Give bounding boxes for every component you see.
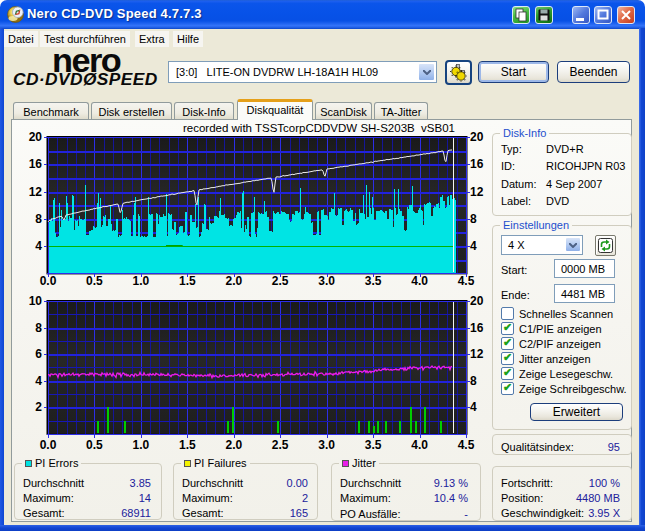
- svg-text:12: 12: [470, 347, 484, 361]
- svg-text:4.5: 4.5: [458, 438, 475, 452]
- svg-text:6: 6: [35, 347, 42, 361]
- svg-text:8: 8: [470, 374, 477, 388]
- svg-text:2.5: 2.5: [272, 274, 289, 288]
- svg-text:4.0: 4.0: [411, 438, 428, 452]
- svg-text:8: 8: [470, 212, 477, 226]
- svg-text:16: 16: [470, 321, 484, 335]
- svg-text:2.5: 2.5: [272, 438, 289, 452]
- svg-text:16: 16: [470, 157, 484, 171]
- svg-text:3.0: 3.0: [318, 274, 335, 288]
- svg-text:1.5: 1.5: [179, 438, 196, 452]
- svg-text:20: 20: [29, 130, 43, 144]
- svg-text:8: 8: [35, 321, 42, 335]
- svg-text:4: 4: [35, 374, 42, 388]
- svg-text:12: 12: [29, 185, 43, 199]
- svg-text:4: 4: [470, 400, 477, 414]
- svg-text:4: 4: [470, 239, 477, 253]
- svg-text:0.0: 0.0: [40, 438, 57, 452]
- svg-text:2.0: 2.0: [225, 274, 242, 288]
- svg-text:0.0: 0.0: [40, 274, 57, 288]
- svg-text:recorded with TSSTcorpCDDVDW S: recorded with TSSTcorpCDDVDW SH-S203B vS…: [183, 122, 455, 134]
- svg-text:0.5: 0.5: [86, 438, 103, 452]
- svg-text:3.5: 3.5: [365, 438, 382, 452]
- svg-text:20: 20: [470, 130, 484, 144]
- svg-text:2.0: 2.0: [225, 438, 242, 452]
- svg-text:8: 8: [35, 212, 42, 226]
- svg-text:16: 16: [29, 157, 43, 171]
- svg-text:2: 2: [35, 400, 42, 414]
- svg-text:10: 10: [29, 294, 43, 308]
- svg-text:1.5: 1.5: [179, 274, 196, 288]
- svg-text:0.5: 0.5: [86, 274, 103, 288]
- svg-text:4.0: 4.0: [411, 274, 428, 288]
- svg-text:1.0: 1.0: [133, 274, 150, 288]
- svg-text:4.5: 4.5: [458, 274, 475, 288]
- svg-text:3.0: 3.0: [318, 438, 335, 452]
- svg-text:12: 12: [470, 185, 484, 199]
- svg-text:4: 4: [35, 239, 42, 253]
- svg-text:20: 20: [470, 294, 484, 308]
- svg-text:1.0: 1.0: [133, 438, 150, 452]
- svg-text:3.5: 3.5: [365, 274, 382, 288]
